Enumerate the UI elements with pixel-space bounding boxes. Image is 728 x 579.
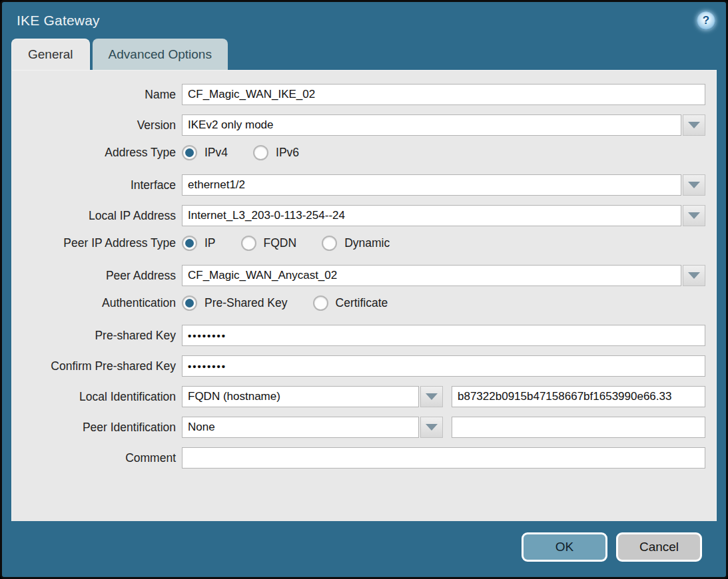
- local-identification-dropdown-button[interactable]: [420, 386, 443, 407]
- radio-ipv4-label: IPv4: [204, 146, 228, 160]
- local-identification-row: Local Identification FQDN (hostname) b87…: [12, 386, 705, 407]
- name-label: Name: [12, 88, 182, 102]
- local-ip-address-dropdown-button[interactable]: [683, 205, 705, 226]
- peer-identification-type-value[interactable]: None: [182, 417, 419, 438]
- name-input[interactable]: CF_Magic_WAN_IKE_02: [182, 84, 705, 105]
- pre-shared-key-input[interactable]: ••••••••: [182, 325, 705, 346]
- version-dropdown: IKEv2 only mode: [182, 114, 705, 136]
- peer-address-dropdown-value[interactable]: CF_Magic_WAN_Anycast_02: [182, 265, 681, 286]
- version-row: Version IKEv2 only mode: [12, 114, 705, 136]
- interface-dropdown-button[interactable]: [683, 174, 705, 196]
- version-dropdown-value[interactable]: IKEv2 only mode: [182, 114, 681, 136]
- radio-ipv6[interactable]: IPv6: [253, 145, 299, 160]
- peer-address-dropdown-button[interactable]: [683, 265, 705, 286]
- address-type-label: Address Type: [12, 146, 182, 160]
- authentication-radio-group: Pre-Shared Key Certificate: [182, 295, 413, 311]
- radio-ipv4-circle[interactable]: [182, 145, 197, 160]
- tab-advanced-options[interactable]: Advanced Options: [93, 39, 228, 70]
- radio-dynamic-circle[interactable]: [322, 236, 337, 251]
- general-tab-panel: Name CF_Magic_WAN_IKE_02 Version IKEv2 o…: [11, 70, 717, 521]
- confirm-pre-shared-key-label: Confirm Pre-shared Key: [12, 359, 182, 373]
- comment-row: Comment: [12, 447, 705, 469]
- address-type-row: Address Type IPv4 IPv6: [12, 145, 705, 160]
- confirm-pre-shared-key-row: Confirm Pre-shared Key ••••••••: [12, 355, 705, 377]
- name-row: Name CF_Magic_WAN_IKE_02: [12, 84, 705, 105]
- radio-fqdn-label: FQDN: [264, 236, 297, 250]
- peer-identification-label: Peer Identification: [12, 421, 182, 435]
- local-identification-label: Local Identification: [12, 390, 182, 404]
- radio-ipv4[interactable]: IPv4: [182, 145, 228, 160]
- question-mark-glyph: ?: [703, 14, 709, 27]
- chevron-down-icon: [688, 182, 700, 188]
- local-ip-address-label: Local IP Address: [12, 209, 182, 223]
- chevron-down-icon: [426, 424, 438, 431]
- radio-fqdn[interactable]: FQDN: [241, 236, 297, 251]
- radio-fqdn-circle[interactable]: [241, 236, 256, 251]
- tab-advanced-options-label: Advanced Options: [109, 47, 212, 62]
- local-identification-value-input[interactable]: b87322b0915b47158667bf1653990e66.33: [452, 386, 705, 407]
- pre-shared-key-label: Pre-shared Key: [12, 329, 182, 343]
- cancel-button[interactable]: Cancel: [616, 532, 702, 562]
- title-bar: IKE Gateway ?: [2, 2, 726, 39]
- radio-ip[interactable]: IP: [182, 236, 216, 251]
- local-ip-address-row: Local IP Address Internet_L3_203-0-113-2…: [12, 205, 705, 226]
- local-identification-type-dropdown: FQDN (hostname): [182, 386, 443, 407]
- footer-bar: OK Cancel: [2, 521, 726, 577]
- dialog-title: IKE Gateway: [17, 13, 100, 29]
- tab-general[interactable]: General: [11, 39, 90, 70]
- interface-dropdown: ethernet1/2: [182, 174, 705, 196]
- peer-address-label: Peer Address: [12, 269, 182, 283]
- local-identification-type-value[interactable]: FQDN (hostname): [182, 386, 419, 407]
- local-ip-address-dropdown-value[interactable]: Internet_L3_203-0-113-254--24: [182, 205, 681, 226]
- interface-row: Interface ethernet1/2: [12, 174, 705, 196]
- version-dropdown-button[interactable]: [683, 114, 705, 136]
- radio-dynamic[interactable]: Dynamic: [322, 236, 390, 251]
- chevron-down-icon: [688, 212, 700, 219]
- radio-dynamic-label: Dynamic: [344, 236, 390, 250]
- radio-pre-shared-key-label: Pre-Shared Key: [204, 296, 288, 310]
- local-ip-address-dropdown: Internet_L3_203-0-113-254--24: [182, 205, 705, 226]
- radio-certificate[interactable]: Certificate: [313, 295, 388, 311]
- radio-certificate-label: Certificate: [336, 296, 388, 310]
- ike-gateway-dialog: IKE Gateway ? General Advanced Options N…: [0, 0, 728, 579]
- pre-shared-key-row: Pre-shared Key ••••••••: [12, 325, 705, 346]
- radio-ipv6-circle[interactable]: [253, 145, 268, 160]
- peer-identification-row: Peer Identification None: [12, 417, 705, 438]
- authentication-row: Authentication Pre-Shared Key Certificat…: [12, 295, 705, 311]
- radio-ip-label: IP: [204, 236, 216, 250]
- radio-pre-shared-key-circle[interactable]: [182, 295, 197, 311]
- peer-address-row: Peer Address CF_Magic_WAN_Anycast_02: [12, 265, 705, 286]
- chevron-down-icon: [688, 122, 700, 128]
- peer-ip-address-type-label: Peer IP Address Type: [12, 236, 182, 250]
- address-type-radio-group: IPv4 IPv6: [182, 145, 324, 160]
- peer-ip-address-type-row: Peer IP Address Type IP FQDN Dynamic: [12, 236, 705, 251]
- radio-pre-shared-key[interactable]: Pre-Shared Key: [182, 295, 288, 311]
- interface-dropdown-value[interactable]: ethernet1/2: [182, 174, 681, 196]
- version-label: Version: [12, 118, 182, 132]
- confirm-pre-shared-key-input[interactable]: ••••••••: [182, 355, 705, 377]
- tab-bar: General Advanced Options: [2, 39, 726, 70]
- peer-identification-type-dropdown: None: [182, 417, 443, 438]
- radio-ip-circle[interactable]: [182, 236, 197, 251]
- ok-button[interactable]: OK: [522, 532, 607, 562]
- interface-label: Interface: [12, 178, 182, 192]
- comment-label: Comment: [12, 451, 182, 465]
- peer-address-dropdown: CF_Magic_WAN_Anycast_02: [182, 265, 705, 286]
- peer-identification-dropdown-button[interactable]: [420, 417, 443, 438]
- chevron-down-icon: [688, 272, 700, 279]
- authentication-label: Authentication: [12, 296, 182, 310]
- peer-identification-value-input[interactable]: [452, 417, 705, 438]
- radio-ipv6-label: IPv6: [276, 146, 299, 160]
- comment-input[interactable]: [182, 447, 705, 469]
- help-icon[interactable]: ?: [697, 11, 715, 30]
- tab-general-label: General: [28, 47, 73, 62]
- peer-ip-address-type-radio-group: IP FQDN Dynamic: [182, 236, 415, 251]
- chevron-down-icon: [426, 393, 438, 400]
- radio-certificate-circle[interactable]: [313, 295, 328, 311]
